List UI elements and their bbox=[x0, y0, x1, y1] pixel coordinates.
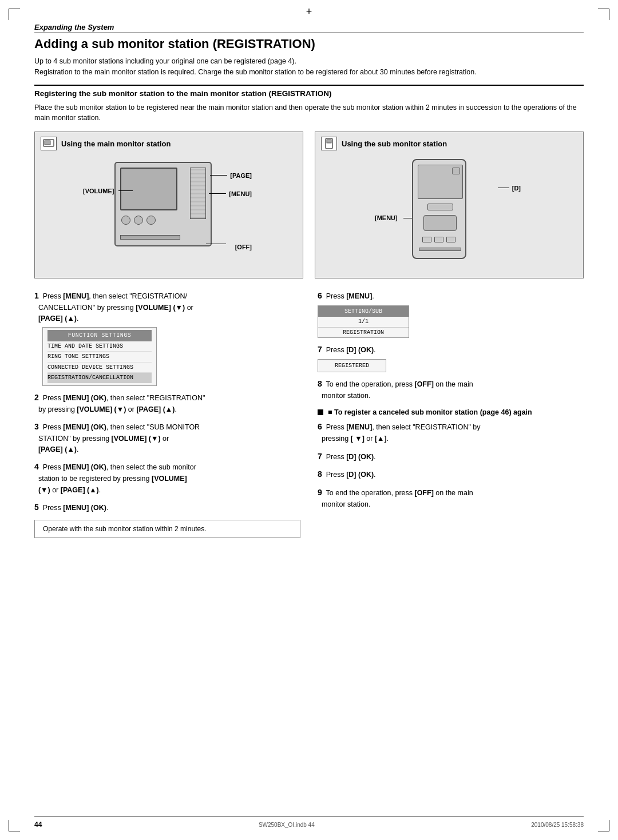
svg-rect-3 bbox=[327, 140, 331, 143]
line-d bbox=[498, 188, 509, 188]
line-to-menu bbox=[209, 193, 226, 194]
setting-sub-display: SETTING/SUB 1/1 REGISTRATION bbox=[318, 305, 409, 339]
label-menu: [MENU] bbox=[229, 190, 252, 197]
steps-container: 1 Press [MENU], then select "REGISTRATIO… bbox=[34, 290, 584, 544]
line-from-volume bbox=[118, 190, 133, 191]
label-d: [D] bbox=[512, 185, 521, 192]
main-panel-header: Using the main monitor station bbox=[41, 137, 297, 150]
device-panels: Using the main monitor station bbox=[34, 132, 584, 278]
sub-note: ■ To register a canceled sub monitor sta… bbox=[318, 408, 584, 416]
steps-right: 6 Press [MENU]. SETTING/SUB 1/1 REGISTRA… bbox=[318, 290, 584, 544]
step-7: 7 Press [D] (OK). REGISTERED bbox=[318, 344, 584, 372]
step-3-number: 3 bbox=[34, 422, 39, 431]
registered-text: REGISTERED bbox=[318, 360, 386, 372]
main-monitor-panel: Using the main monitor station bbox=[34, 132, 303, 278]
crosshair-top bbox=[306, 6, 312, 18]
footer: 44 SW250BX_OI.indb 44 2010/08/25 15:58:3… bbox=[34, 817, 584, 829]
main-title: Adding a sub monitor station (REGISTRATI… bbox=[34, 37, 584, 51]
label-page: [PAGE] bbox=[230, 172, 252, 179]
sub-step-8-number: 8 bbox=[318, 469, 322, 479]
intro-text: Up to 4 sub monitor stations including y… bbox=[34, 56, 584, 78]
step-3: 3 Press [MENU] (OK), then select "SUB MO… bbox=[34, 421, 300, 455]
intro-text-2: Registration to the main monitor station… bbox=[34, 68, 477, 76]
footer-file: SW250BX_OI.indb 44 bbox=[259, 822, 315, 828]
sub-step-6: 6 Press [MENU], then select "REGISTRATIO… bbox=[318, 421, 584, 444]
menu-row-2: RING TONE SETTINGS bbox=[47, 352, 152, 363]
section-title: Expanding the System bbox=[34, 23, 584, 31]
line-to-page bbox=[210, 175, 227, 176]
step-4: 4 Press [MENU] (OK), then select the sub… bbox=[34, 461, 300, 495]
footer-date: 2010/08/25 15:58:38 bbox=[531, 822, 584, 828]
sub-step-8: 8 Press [D] (OK). bbox=[318, 468, 584, 481]
page: Expanding the System Adding a sub monito… bbox=[0, 0, 618, 840]
registered-display: REGISTERED bbox=[318, 359, 386, 373]
sub-note-text: ■ To register a canceled sub monitor sta… bbox=[328, 408, 532, 416]
menu-row-1: TIME AND DATE SETTINGS bbox=[47, 341, 152, 352]
corner-mark-tl bbox=[9, 9, 20, 20]
sub-note-icon bbox=[318, 409, 323, 415]
footer-page-number: 44 bbox=[34, 821, 42, 829]
line-to-off bbox=[206, 244, 226, 244]
step-1-number: 1 bbox=[34, 291, 39, 300]
sub-panel-header: Using the sub monitor station bbox=[321, 137, 577, 150]
step-5-number: 5 bbox=[34, 503, 39, 512]
sub-step-6-number: 6 bbox=[318, 422, 322, 431]
sub-section-rule bbox=[34, 85, 584, 86]
menu-header: FUNCTION SETTINGS bbox=[47, 330, 152, 341]
menu-row-4: REGISTRATION/CANCELLATION bbox=[47, 373, 152, 383]
label-menu-sub: [MENU] bbox=[375, 214, 398, 221]
sub-monitor-panel: Using the sub monitor station bbox=[315, 132, 584, 278]
intro-text-1: Up to 4 sub monitor stations including y… bbox=[34, 57, 296, 65]
sub-step-7-number: 7 bbox=[318, 452, 322, 461]
step-2: 2 Press [MENU] (OK), then select "REGIST… bbox=[34, 392, 300, 415]
setting-sub-num: 1/1 bbox=[318, 317, 409, 328]
label-off: [OFF] bbox=[235, 244, 252, 250]
note-box-text: Operate with the sub monitor station wit… bbox=[43, 525, 206, 533]
setting-sub-header: SETTING/SUB bbox=[318, 306, 409, 317]
setting-sub-reg: REGISTRATION bbox=[318, 328, 409, 338]
step-2-number: 2 bbox=[34, 393, 39, 402]
corner-mark-bl bbox=[9, 820, 20, 831]
step-8-number: 8 bbox=[318, 379, 322, 388]
svg-rect-1 bbox=[45, 141, 50, 145]
step-4-number: 4 bbox=[34, 462, 39, 471]
corner-mark-tr bbox=[598, 9, 609, 20]
step-6-number: 6 bbox=[318, 291, 322, 300]
sub-panel-icon bbox=[321, 137, 337, 150]
label-volume: [VOLUME] bbox=[83, 188, 114, 194]
step-5: 5 Press [MENU] (OK). bbox=[34, 501, 300, 514]
line-menu-sub bbox=[403, 218, 412, 218]
main-panel-title: Using the main monitor station bbox=[61, 140, 171, 148]
note-box: Operate with the sub monitor station wit… bbox=[34, 520, 300, 538]
sub-panel-title: Using the sub monitor station bbox=[342, 140, 447, 148]
step-7-number: 7 bbox=[318, 345, 322, 354]
sub-section-desc: Place the sub monitor station to be regi… bbox=[34, 102, 584, 124]
step-1: 1 Press [MENU], then select "REGISTRATIO… bbox=[34, 290, 300, 386]
sub-step-9: 9 To end the operation, press [OFF] on t… bbox=[318, 487, 584, 510]
top-rule bbox=[34, 33, 584, 33]
step-6: 6 Press [MENU]. SETTING/SUB 1/1 REGISTRA… bbox=[318, 290, 584, 338]
steps-left: 1 Press [MENU], then select "REGISTRATIO… bbox=[34, 290, 300, 544]
main-panel-icon bbox=[41, 137, 57, 150]
step-8: 8 To end the operation, press [OFF] on t… bbox=[318, 378, 584, 401]
sub-step-9-number: 9 bbox=[318, 488, 322, 497]
corner-mark-br bbox=[598, 820, 609, 831]
menu-row-3: CONNECTED DEVICE SETTINGS bbox=[47, 363, 152, 373]
sub-step-7: 7 Press [D] (OK). bbox=[318, 451, 584, 463]
menu-display: FUNCTION SETTINGS TIME AND DATE SETTINGS… bbox=[42, 327, 157, 386]
sub-section-title: Registering the sub monitor station to t… bbox=[34, 89, 584, 98]
